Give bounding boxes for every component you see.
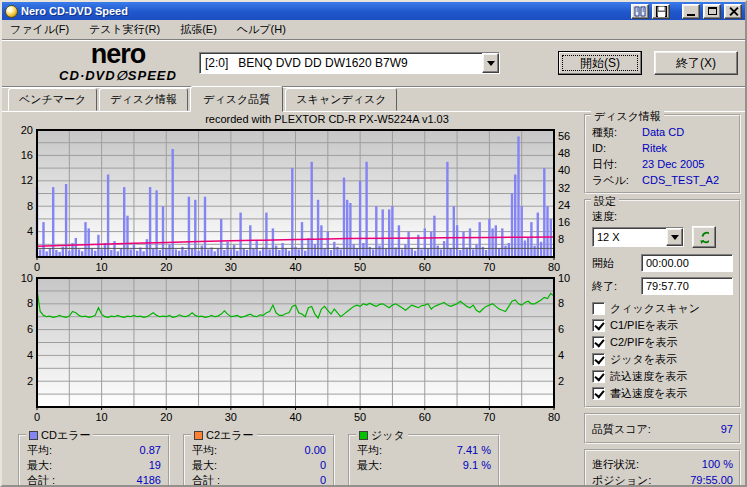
menu-extra[interactable]: 拡張(E) [180,22,217,37]
jitter-avg-value: 7.41 % [457,443,491,458]
menu-file[interactable]: ファイル(F) [10,22,69,37]
minimize-button[interactable] [682,4,700,19]
svg-text:50: 50 [354,261,366,273]
start-pos-input[interactable] [641,254,733,272]
disc-label-label: ラベル: [592,172,642,188]
refresh-icon [699,230,709,245]
exit-button[interactable]: 終了(X) [654,51,738,75]
menu-run-test[interactable]: テスト実行(R) [89,22,160,37]
svg-text:10: 10 [558,274,570,284]
speed-dropdown-button[interactable] [666,228,683,246]
tab-scandisc[interactable]: スキャンディスク [285,88,397,111]
start-pos-label: 開始 [592,256,614,271]
svg-text:60: 60 [419,261,431,273]
menubar: ファイル(F) テスト実行(R) 拡張(E) ヘルプ(H) [2,20,745,40]
svg-text:2: 2 [558,375,564,387]
svg-text:4: 4 [558,349,564,361]
svg-text:20: 20 [160,411,172,423]
chevron-down-icon [487,61,495,66]
c2-errors-title: C2エラー [206,428,254,443]
disc-quality-panel: recorded with PLEXTOR CD-R PX-W5224A v1.… [2,111,745,487]
refresh-button[interactable] [692,226,716,248]
svg-text:8: 8 [558,297,564,309]
disc-date-label: 日付: [592,156,642,172]
svg-text:12: 12 [21,174,33,186]
settings-title: 設定 [591,194,619,209]
show-write-speed-row[interactable]: 書込速度を表示 [592,385,733,402]
svg-text:56: 56 [558,130,570,142]
show-c1-row[interactable]: C1/PIEを表示 [592,317,733,334]
drive-selector-dropdown-button[interactable] [482,53,499,73]
show-jitter-checkbox[interactable] [592,353,605,366]
quick-scan-checkbox[interactable] [592,302,605,315]
jitter-title: ジッタ [371,428,405,443]
titlebar: Nero CD-DVD Speed [2,2,745,20]
disc-date-value: 23 Dec 2005 [642,156,704,172]
svg-text:70: 70 [483,261,495,273]
svg-text:32: 32 [558,182,570,194]
quick-scan-label: クィックスキャン [610,301,700,316]
tab-benchmark[interactable]: ベンチマーク [8,88,97,111]
disc-info-group: ディスク情報 種類:Data CD ID:Ritek 日付:23 Dec 200… [584,114,741,194]
maximize-icon [708,7,717,15]
tab-disc-quality[interactable]: ディスク品質 [190,86,283,112]
menu-help[interactable]: ヘルプ(H) [237,22,286,37]
window-title: Nero CD-DVD Speed [21,5,628,17]
sidebar: ディスク情報 種類:Data CD ID:Ritek 日付:23 Dec 200… [584,112,741,487]
cd-errors-box: CDエラー 平均:0.87 最大:19 合計 :4186 [18,434,170,487]
svg-text:0: 0 [34,411,40,423]
svg-text:48: 48 [558,147,570,159]
save-results-button[interactable] [652,4,670,19]
drive-selector[interactable]: [2:0] BENQ DVD DD DW1620 B7W9 [199,52,500,74]
svg-text:10: 10 [96,261,108,273]
show-read-speed-row[interactable]: 読込速度を表示 [592,368,733,385]
jitter-max-label: 最大: [357,458,382,473]
cd-total-value: 4186 [137,473,161,487]
minimize-icon [687,14,695,16]
logo-nero-text: nero [18,41,218,68]
speed-selector-value: 12 X [593,228,666,246]
header: nero CD·DVD∅SPEED [2:0] BENQ DVD DD DW16… [2,40,745,87]
progress-box: 進行状況:100 % ポジション:79:55.00 速度:12.04 X [584,449,741,487]
show-c2-row[interactable]: C2/PIFを表示 [592,334,733,351]
quick-scan-row[interactable]: クィックスキャン [592,300,733,317]
disc-type-label: 種類: [592,124,642,140]
show-read-speed-checkbox[interactable] [592,370,605,383]
end-pos-input[interactable] [641,277,733,295]
svg-text:6: 6 [27,323,33,335]
disc-id-label: ID: [592,140,642,156]
c2-total-value: 0 [320,473,326,487]
quality-score-box: 品質スコア:97 [584,413,741,444]
cd-max-value: 19 [149,458,161,473]
show-jitter-row[interactable]: ジッタを表示 [592,351,733,368]
jitter-box: ジッタ 平均:7.41 % 最大:9.1 % [348,434,500,487]
speed-selector[interactable]: 12 X [592,227,684,247]
svg-text:60: 60 [419,411,431,423]
settings-group: 設定 速度: 12 X 開始 終了: [584,199,741,408]
show-read-speed-label: 読込速度を表示 [610,369,687,384]
svg-text:4: 4 [27,349,33,361]
disc-type-value: Data CD [642,124,684,140]
svg-text:6: 6 [558,323,564,335]
app-icon [5,5,18,18]
show-write-speed-label: 書込速度を表示 [610,386,687,401]
show-c2-checkbox[interactable] [592,336,605,349]
close-button[interactable] [724,4,742,19]
svg-text:40: 40 [558,164,570,176]
c2-max-value: 0 [320,458,326,473]
show-c1-checkbox[interactable] [592,319,605,332]
quality-score-label: 品質スコア: [592,421,651,437]
svg-text:70: 70 [483,411,495,423]
svg-text:8: 8 [27,200,33,212]
svg-text:80: 80 [548,411,560,423]
svg-text:16: 16 [21,149,33,161]
tab-disc-info[interactable]: ディスク情報 [99,88,188,111]
start-button[interactable]: 開始(S) [558,51,642,75]
maximize-button[interactable] [703,4,721,19]
svg-text:10: 10 [21,274,33,284]
position-label: ポジション: [592,472,651,487]
show-write-speed-checkbox[interactable] [592,387,605,400]
read-disc-icon-button[interactable] [631,4,649,19]
position-value: 79:55.00 [690,472,733,487]
nero-logo: nero CD·DVD∅SPEED [18,41,218,82]
